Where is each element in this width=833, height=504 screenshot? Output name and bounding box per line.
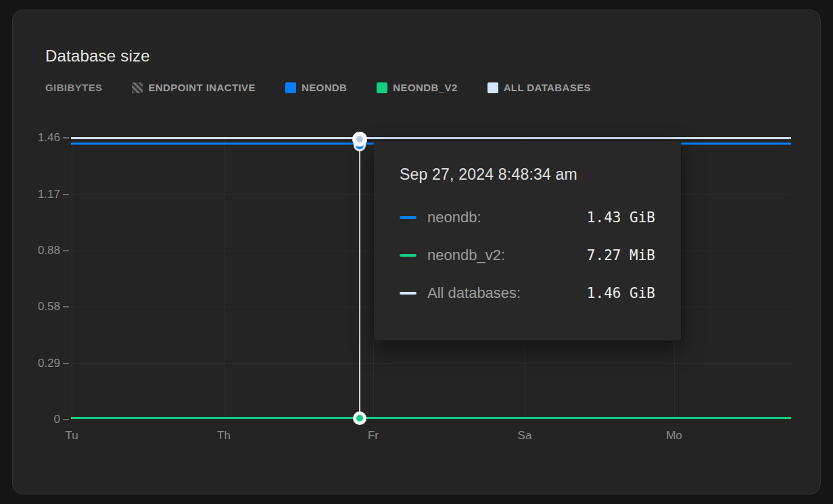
tooltip-timestamp: Sep 27, 2024 8:48:34 am [400, 166, 655, 184]
tooltip-series-label: neondb: [427, 209, 481, 226]
series-line-neondb-v2 [71, 417, 791, 419]
y-tick-label: 0.58 [20, 300, 60, 313]
legend-item-label: ALL DATABASES [504, 82, 591, 93]
y-tick-label: 1.46 [20, 131, 60, 145]
chart-legend: GIBIBYTES ENDPOINT INACTIVE NEONDB NEOND… [45, 82, 591, 93]
y-tick-label: 1.17 [20, 188, 60, 201]
page-title: Database size [45, 47, 150, 66]
chart-tooltip: Sep 27, 2024 8:48:34 am neondb: 1.43 GiB… [374, 141, 681, 341]
series-line-all-databases [71, 137, 791, 139]
point-marker-neondb-v2 [356, 415, 363, 422]
blue-swatch-icon [285, 82, 296, 93]
lavender-line-icon [400, 292, 416, 295]
y-tick-mark [63, 363, 69, 364]
gridline [72, 138, 72, 420]
lavender-swatch-icon [487, 82, 498, 93]
tooltip-row-neondb-v2: neondb_v2: 7.27 MiB [400, 245, 655, 266]
legend-item-all-databases[interactable]: ALL DATABASES [487, 82, 591, 93]
y-tick-mark [63, 306, 69, 307]
x-tick-label: Th [204, 429, 244, 443]
x-tick-label: Tu [51, 429, 92, 443]
point-marker-all-databases [356, 136, 363, 143]
tooltip-row-all-databases: All databases: 1.46 GiB [400, 282, 655, 304]
y-tick-label: 0.29 [20, 357, 60, 370]
legend-item-label: NEONDB [302, 82, 347, 93]
legend-item-endpoint-inactive[interactable]: ENDPOINT INACTIVE [132, 82, 255, 93]
database-size-chart-card: Database size GIBIBYTES ENDPOINT INACTIV… [12, 9, 821, 495]
legend-item-neondb[interactable]: NEONDB [285, 82, 347, 93]
legend-item-neondb-v2[interactable]: NEONDB_V2 [377, 82, 457, 93]
legend-item-label: ENDPOINT INACTIVE [148, 82, 255, 93]
tooltip-series-label: All databases: [427, 284, 521, 302]
y-tick-mark [63, 194, 69, 195]
hatched-swatch-icon [132, 82, 143, 93]
green-line-icon [400, 254, 416, 257]
y-tick-label: 0.88 [20, 244, 60, 257]
x-tick-label: Mo [654, 429, 694, 443]
legend-item-label: NEONDB_V2 [393, 82, 457, 93]
y-tick-label: 0 [20, 413, 60, 426]
tooltip-series-value: 1.46 GiB [587, 285, 655, 301]
gridline [71, 419, 791, 420]
tooltip-series-label: neondb_v2: [427, 247, 505, 264]
gridline [71, 363, 791, 364]
y-tick-mark [63, 250, 69, 251]
y-tick-mark [63, 137, 69, 138]
crosshair-line [359, 140, 360, 418]
x-tick-label: Sa [504, 429, 545, 443]
y-axis-unit-label: GIBIBYTES [45, 82, 102, 93]
tooltip-series-value: 7.27 MiB [587, 247, 655, 263]
x-tick-label: Fr [353, 429, 394, 443]
tooltip-row-neondb: neondb: 1.43 GiB [400, 207, 655, 228]
y-tick-mark [63, 419, 69, 420]
green-swatch-icon [377, 82, 387, 93]
gridline [224, 138, 224, 420]
tooltip-series-value: 1.43 GiB [587, 209, 655, 226]
blue-line-icon [400, 216, 416, 219]
